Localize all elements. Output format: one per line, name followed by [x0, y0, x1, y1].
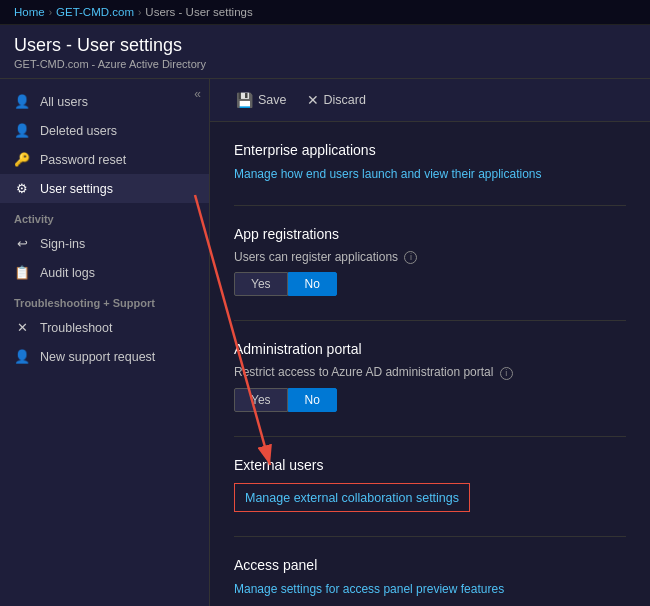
- enterprise-applications-link[interactable]: Manage how end users launch and view the…: [234, 167, 542, 181]
- divider-2: [234, 320, 626, 321]
- user-settings-icon: ⚙: [14, 181, 30, 196]
- enterprise-applications-title: Enterprise applications: [234, 142, 626, 158]
- sidebar-item-troubleshoot[interactable]: ✕ Troubleshoot: [0, 313, 209, 342]
- administration-portal-no-btn[interactable]: No: [288, 388, 337, 412]
- administration-portal-description: Restrict access to Azure AD administrati…: [234, 365, 626, 379]
- manage-external-collaboration-link[interactable]: Manage external collaboration settings: [245, 491, 459, 505]
- sidebar-item-label: Password reset: [40, 153, 126, 167]
- sign-ins-icon: ↩: [14, 236, 30, 251]
- access-panel-link[interactable]: Manage settings for access panel preview…: [234, 582, 504, 596]
- app-registrations-info-icon: i: [404, 251, 417, 264]
- deleted-users-icon: 👤: [14, 123, 30, 138]
- app-registrations-section: App registrations Users can register app…: [234, 226, 626, 296]
- administration-portal-toggle: Yes No: [234, 388, 626, 412]
- sidebar-collapse-button[interactable]: «: [194, 87, 201, 101]
- sidebar-item-new-support-request[interactable]: 👤 New support request: [0, 342, 209, 371]
- all-users-icon: 👤: [14, 94, 30, 109]
- breadcrumb-sep-1: ›: [49, 7, 52, 18]
- sidebar-item-label: Sign-ins: [40, 237, 85, 251]
- sidebar-item-label: All users: [40, 95, 88, 109]
- divider-3: [234, 436, 626, 437]
- sidebar-item-label: User settings: [40, 182, 113, 196]
- app-registrations-title: App registrations: [234, 226, 626, 242]
- external-users-highlight-box: Manage external collaboration settings: [234, 483, 470, 512]
- save-icon: 💾: [236, 92, 253, 108]
- discard-label: Discard: [324, 93, 366, 107]
- administration-portal-yes-btn[interactable]: Yes: [234, 388, 288, 412]
- app-registrations-no-btn[interactable]: No: [288, 272, 337, 296]
- external-users-section: External users Manage external collabora…: [234, 457, 626, 512]
- app-registrations-yes-btn[interactable]: Yes: [234, 272, 288, 296]
- app-registrations-description: Users can register applications i: [234, 250, 626, 264]
- discard-button[interactable]: ✕ Discard: [301, 89, 372, 111]
- external-users-title: External users: [234, 457, 626, 473]
- divider-1: [234, 205, 626, 206]
- discard-icon: ✕: [307, 92, 319, 108]
- app-registrations-toggle: Yes No: [234, 272, 626, 296]
- troubleshoot-icon: ✕: [14, 320, 30, 335]
- page-header: Users - User settings GET-CMD.com - Azur…: [0, 25, 650, 79]
- access-panel-title: Access panel: [234, 557, 626, 573]
- settings-body: Enterprise applications Manage how end u…: [210, 122, 650, 606]
- administration-portal-title: Administration portal: [234, 341, 626, 357]
- breadcrumb: Home › GET-CMD.com › Users - User settin…: [0, 0, 650, 25]
- sidebar-item-label: New support request: [40, 350, 155, 364]
- breadcrumb-home[interactable]: Home: [14, 6, 45, 18]
- sidebar-item-label: Audit logs: [40, 266, 95, 280]
- sidebar-item-audit-logs[interactable]: 📋 Audit logs: [0, 258, 209, 287]
- sidebar-section-troubleshooting: Troubleshooting + Support: [0, 287, 209, 313]
- sidebar-item-deleted-users[interactable]: 👤 Deleted users: [0, 116, 209, 145]
- toolbar: 💾 Save ✕ Discard: [210, 79, 650, 122]
- breadcrumb-sep-2: ›: [138, 7, 141, 18]
- administration-portal-section: Administration portal Restrict access to…: [234, 341, 626, 411]
- access-panel-section: Access panel Manage settings for access …: [234, 557, 626, 596]
- administration-portal-info-icon: i: [500, 367, 513, 380]
- enterprise-applications-section: Enterprise applications Manage how end u…: [234, 142, 626, 181]
- breadcrumb-org[interactable]: GET-CMD.com: [56, 6, 134, 18]
- sidebar-item-sign-ins[interactable]: ↩ Sign-ins: [0, 229, 209, 258]
- divider-4: [234, 536, 626, 537]
- audit-logs-icon: 📋: [14, 265, 30, 280]
- sidebar: « 👤 All users 👤 Deleted users 🔑 Password…: [0, 79, 210, 606]
- save-label: Save: [258, 93, 287, 107]
- page-title: Users - User settings: [14, 35, 636, 56]
- save-button[interactable]: 💾 Save: [230, 89, 293, 111]
- sidebar-item-label: Troubleshoot: [40, 321, 113, 335]
- sidebar-item-all-users[interactable]: 👤 All users: [0, 87, 209, 116]
- sidebar-item-password-reset[interactable]: 🔑 Password reset: [0, 145, 209, 174]
- password-reset-icon: 🔑: [14, 152, 30, 167]
- main-layout: « 👤 All users 👤 Deleted users 🔑 Password…: [0, 79, 650, 606]
- sidebar-item-label: Deleted users: [40, 124, 117, 138]
- breadcrumb-current: Users - User settings: [145, 6, 252, 18]
- new-support-request-icon: 👤: [14, 349, 30, 364]
- sidebar-section-activity: Activity: [0, 203, 209, 229]
- page-subtitle: GET-CMD.com - Azure Active Directory: [14, 58, 636, 70]
- sidebar-item-user-settings[interactable]: ⚙ User settings: [0, 174, 209, 203]
- content-area: 💾 Save ✕ Discard Enterprise applications…: [210, 79, 650, 606]
